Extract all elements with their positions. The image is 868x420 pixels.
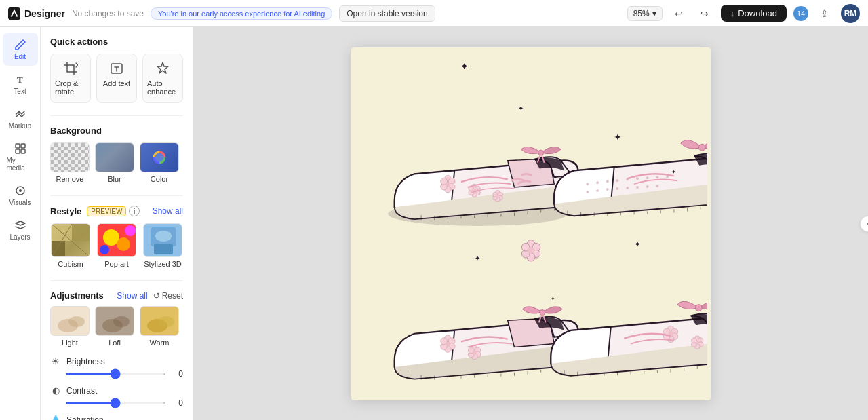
svg-text:✦: ✦ [671, 169, 676, 175]
adjustments-reset-button[interactable]: ↺ Reset [153, 291, 183, 301]
bg-color-option[interactable]: Color [140, 142, 179, 183]
restyle-cubism[interactable]: Cubism [50, 223, 91, 268]
svg-rect-23 [154, 244, 173, 254]
download-button[interactable]: ↓ Download [721, 5, 787, 22]
saturation-slider-group: 💧 Saturation 0 [50, 415, 183, 420]
user-count-badge: 14 [793, 6, 808, 21]
svg-point-132 [446, 341, 450, 345]
restyle-cubism-label: Cubism [58, 260, 83, 268]
svg-text:✦: ✦ [634, 240, 641, 248]
layers-icon [14, 218, 27, 232]
sidebar-item-layers-label: Layers [9, 233, 30, 241]
restyle-section-header: Restyle PREVIEW i Show all [50, 206, 183, 216]
bg-color-thumb [140, 142, 179, 172]
svg-point-72 [496, 194, 499, 197]
sidebar-item-edit[interactable]: Edit [3, 33, 38, 66]
svg-rect-2 [16, 144, 20, 148]
restyle-show-all[interactable]: Show all [153, 206, 183, 216]
svg-text:✦: ✦ [518, 104, 524, 112]
filter-light-thumb [50, 306, 90, 336]
add-text-button[interactable]: Add text [96, 54, 137, 103]
crop-rotate-button[interactable]: Crop & rotate [50, 54, 91, 103]
text-icon: T [14, 73, 27, 86]
sidebar-item-my-media[interactable]: My media [3, 136, 38, 177]
visuals-icon [14, 184, 27, 197]
open-stable-button[interactable]: Open in stable version [339, 5, 435, 22]
quick-actions-title: Quick actions [50, 37, 183, 47]
svg-text:✦: ✦ [613, 132, 621, 142]
restyle-stylized3d-label: Stylized 3D [144, 260, 182, 268]
redo-button[interactable]: ↪ [695, 4, 714, 23]
filter-lofi-preview [96, 307, 134, 336]
background-options: Remove Blur Color [50, 142, 183, 183]
contrast-row: ◐ Contrast [50, 385, 183, 396]
adjustments-show-all[interactable]: Show all [117, 291, 147, 301]
filter-light-preview [51, 307, 90, 336]
divider-3 [50, 280, 183, 281]
contrast-value: 0 [170, 398, 183, 408]
sidebar-item-visuals-label: Visuals [9, 199, 31, 206]
quick-actions-group: Crop & rotate Add text Auto enhance [50, 54, 183, 103]
sidebar-item-layers[interactable]: Layers [3, 213, 38, 246]
sidebar-item-markup-label: Markup [9, 122, 31, 130]
svg-text:✦: ✦ [551, 295, 555, 301]
restyle-title: Restyle [50, 206, 81, 216]
zoom-control[interactable]: 85% ▾ [627, 6, 663, 21]
filter-warm[interactable]: Warm [140, 306, 179, 347]
sidebar-item-my-media-label: My media [7, 157, 34, 172]
svg-point-100 [646, 185, 648, 188]
stylized3d-pattern [144, 224, 182, 257]
adjustments-title: Adjustments [50, 290, 104, 301]
app-logo: Designer [8, 7, 65, 20]
sidebar-item-visuals[interactable]: Visuals [3, 178, 38, 212]
filter-warm-label: Warm [150, 339, 170, 347]
side-panel: Quick actions Crop & rotate Add text [41, 27, 193, 420]
icon-nav: Edit T Text Markup My media [0, 27, 41, 420]
bg-remove-option[interactable]: Remove [50, 142, 90, 183]
filter-lofi[interactable]: Lofi [95, 306, 134, 347]
svg-point-102 [698, 144, 705, 151]
filter-lofi-label: Lofi [108, 339, 121, 347]
undo-button[interactable]: ↩ [669, 4, 688, 23]
early-access-badge: You're in our early access experience fo… [151, 7, 332, 20]
filter-light[interactable]: Light [50, 306, 90, 347]
download-label: Download [738, 8, 777, 18]
svg-rect-5 [21, 149, 25, 153]
svg-rect-0 [8, 7, 20, 20]
divider-2 [50, 195, 183, 196]
filter-lofi-thumb [95, 306, 134, 336]
logo-icon [8, 7, 20, 20]
collapse-panel-button[interactable]: ‹ [860, 216, 868, 232]
center-flower [521, 240, 540, 261]
svg-point-27 [68, 316, 85, 327]
svg-point-101 [656, 185, 658, 187]
restyle-popart[interactable]: Pop art [96, 223, 137, 268]
brightness-input[interactable] [65, 373, 165, 375]
sidebar-item-text[interactable]: T Text [3, 67, 38, 100]
user-avatar[interactable]: RM [841, 4, 860, 23]
restyle-stylized3d[interactable]: Stylized 3D [142, 223, 183, 268]
open-stable-label: Open in stable version [347, 9, 427, 18]
svg-point-58 [446, 182, 450, 186]
restyle-info-icon[interactable]: i [129, 206, 140, 216]
saturation-row: 💧 Saturation [50, 415, 183, 420]
bg-blur-option[interactable]: Blur [95, 142, 134, 183]
svg-point-99 [636, 186, 639, 189]
share-icon[interactable]: ⇪ [815, 4, 834, 23]
sidebar-item-markup[interactable]: Markup [3, 102, 38, 135]
svg-point-90 [636, 177, 639, 180]
brightness-value: 0 [170, 369, 183, 379]
my-media-icon [14, 142, 27, 155]
svg-rect-3 [21, 144, 25, 148]
svg-point-19 [100, 245, 109, 254]
auto-enhance-button[interactable]: Auto enhance [142, 54, 183, 103]
save-status: No changes to save [72, 9, 144, 18]
bg-color-label: Color [151, 175, 168, 183]
crop-icon [63, 61, 78, 76]
svg-point-98 [626, 187, 629, 189]
contrast-label: Contrast [66, 386, 97, 396]
svg-rect-13 [65, 241, 90, 257]
contrast-input[interactable] [65, 402, 165, 404]
bg-blur-label: Blur [108, 175, 121, 183]
crop-rotate-label: Crop & rotate [55, 79, 86, 96]
